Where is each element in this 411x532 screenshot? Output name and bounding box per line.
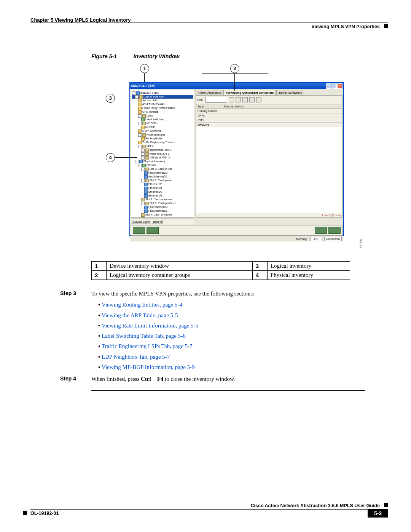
- tab-traffic-descriptors[interactable]: Traffic Descriptors: [196, 90, 223, 95]
- figure-caption: Figure 5-1 Inventory Window: [91, 53, 388, 59]
- maximize-icon[interactable]: □: [331, 83, 337, 89]
- minimize-icon[interactable]: _: [326, 83, 331, 89]
- footer-rule: [30, 509, 388, 510]
- callout-1: 1: [140, 64, 149, 73]
- footer-doc-id: OL-19192-01: [30, 511, 59, 516]
- find-label: Find:: [197, 98, 204, 102]
- callout-4: 4: [106, 153, 115, 162]
- page-number: 5-3: [368, 509, 388, 518]
- grid-area[interactable]: Type Sending Alarms Routing Entities VRF…: [196, 104, 342, 213]
- table-row: 1 Device inventory window 3 Logical inve…: [92, 262, 350, 271]
- find-input[interactable]: [205, 97, 227, 103]
- device-zoom-button[interactable]: Device Zoom: [132, 220, 151, 224]
- page-header: Chapter 5 Viewing MPLS Logical Inventory…: [23, 11, 388, 30]
- callout-3: 3: [106, 94, 115, 103]
- link-ldp-neighbors[interactable]: LDP Neighbors Tab, page 5-7: [102, 354, 170, 360]
- callout-2: 2: [230, 64, 239, 73]
- physical-inventory-node[interactable]: Physical Inventory: [143, 160, 165, 163]
- step-3-label: Step 3: [60, 289, 91, 374]
- col-sending-alarms[interactable]: Sending Alarms: [222, 104, 342, 109]
- tab-forwarding-containers[interactable]: Forwarding Component Containers: [223, 90, 276, 95]
- callout-legend-table: 1 Device inventory window 3 Logical inve…: [91, 261, 350, 280]
- table-row: 2 Logical inventory container groups 4 P…: [92, 271, 350, 280]
- step-4-label: Step 4: [60, 375, 91, 383]
- device-chip-icon: [328, 227, 341, 234]
- inventory-window: ana7204-3 [1M] _ □ × -ana7204-3 [1M] -Lo…: [129, 82, 344, 236]
- step-4-text: When finished, press Ctrl + F4 to close …: [91, 375, 361, 383]
- header-rule: [30, 22, 388, 22]
- link-traffic-eng-lsps[interactable]: Traffic Engineering LSPs Tab, page 5-7: [102, 343, 193, 349]
- device-chip-icon: [133, 227, 145, 234]
- steps: Step 3 To view the specific MPLS VPN pro…: [60, 289, 361, 383]
- figure-title: Inventory Window: [134, 53, 179, 59]
- tab-bar: Traffic Descriptors Forwarding Component…: [196, 90, 342, 95]
- status-bar: Memory: 4% Connected: [130, 236, 343, 241]
- footer-left-marker-icon: [23, 511, 27, 515]
- section-end-rule: [91, 390, 365, 391]
- close-icon[interactable]: ×: [337, 83, 342, 89]
- window-titlebar[interactable]: ana7204-3 [1M] _ □ ×: [130, 83, 343, 89]
- page-footer: Cisco Active Network Abstraction 3.6.6 M…: [23, 505, 388, 521]
- col-type[interactable]: Type: [196, 104, 222, 109]
- filter-icon[interactable]: [242, 97, 248, 102]
- best-fit-button[interactable]: Best fit: [152, 220, 163, 224]
- device-chip-icon: [315, 227, 327, 234]
- sort-icon[interactable]: [236, 97, 241, 102]
- content-pane: Traffic Descriptors Forwarding Component…: [196, 90, 342, 218]
- header-marker-icon: [384, 24, 388, 28]
- memory-label: Memory:: [296, 237, 307, 241]
- toolbar: Find:: [196, 95, 342, 104]
- link-rate-limit[interactable]: Viewing Rate Limit Information, page 5-5: [102, 323, 198, 329]
- line-info: Line 1 (Size 4): [196, 213, 342, 218]
- window-title: ana7204-3 [1M]: [131, 84, 156, 88]
- figure-ref-number: 247151: [359, 238, 362, 249]
- link-mpbgp-info[interactable]: Viewing MP-BGP Information, page 5-9: [102, 364, 195, 370]
- export-icon[interactable]: [256, 97, 261, 102]
- device-view-panel[interactable]: [131, 225, 342, 236]
- connection-status: Connected: [324, 237, 342, 241]
- step-3-text: To view the specific MPLS VPN properties…: [91, 291, 254, 297]
- logical-inventory-node[interactable]: Logical Inventory: [143, 95, 164, 98]
- link-routing-entities[interactable]: Viewing Routing Entities, page 5-4: [102, 302, 182, 308]
- section-title: Viewing MPLS VPN Properties: [311, 24, 380, 29]
- tab-tunnel-containers[interactable]: Tunnel Containers: [276, 90, 304, 95]
- memory-value: 4%: [310, 237, 321, 241]
- figure-label: Figure 5-1: [91, 53, 117, 59]
- search-icon[interactable]: [229, 97, 234, 102]
- columns-icon[interactable]: [249, 97, 255, 102]
- figure-area: 1 2 3 4 247151 ana7204-3 [1M] _ □ × -a: [88, 63, 354, 254]
- footer-doc-title: Cisco Active Network Abstraction 3.6.6 M…: [251, 503, 380, 508]
- link-arp-table[interactable]: Viewing the ARP Table, page 5-5: [102, 312, 178, 318]
- link-label-switching[interactable]: Label Switching Table Tab, page 5-6: [102, 333, 186, 339]
- footer-marker-icon: [384, 503, 388, 507]
- tree-pane[interactable]: -ana7204-3 [1M] -Logical Inventory Acces…: [131, 90, 194, 218]
- device-chip-icon: [147, 227, 159, 234]
